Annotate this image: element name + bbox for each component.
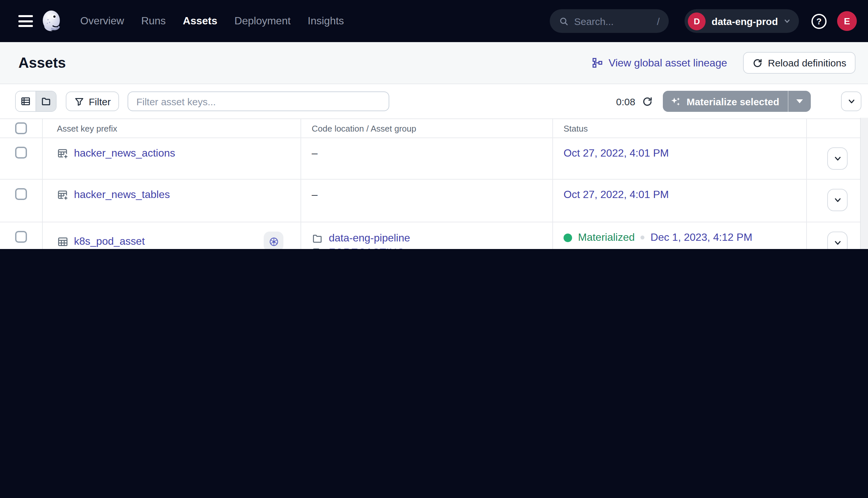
row-checkbox[interactable] xyxy=(15,231,27,243)
search-shortcut-hint: / xyxy=(657,15,659,27)
folder-view-icon xyxy=(41,96,51,107)
toolbar-right-cluster: 0:08 Materialize selected xyxy=(616,84,862,118)
asset-name-link[interactable]: k8s_pod_asset xyxy=(74,236,145,247)
filter-button-label: Filter xyxy=(89,96,111,107)
table-row: k8s_pod_asset data-eng-pipeline FORECAST… xyxy=(0,222,868,249)
materialization-date-link[interactable]: Oct 27, 2022, 4:01 PM xyxy=(563,189,669,201)
funnel-icon xyxy=(74,96,84,106)
search-placeholder: Search... xyxy=(574,15,657,27)
lineage-graph-icon xyxy=(592,57,603,68)
materialized-label: Materialized xyxy=(578,232,635,244)
no-location-dash: – xyxy=(312,189,552,201)
sparkles-icon xyxy=(670,96,681,107)
code-location-link[interactable]: data-eng-pipeline xyxy=(329,232,410,244)
asset-group-table-icon xyxy=(57,189,68,200)
row-expand-button[interactable] xyxy=(827,147,847,170)
dagster-logo-icon[interactable] xyxy=(39,9,65,34)
materialized-status-dot xyxy=(563,233,572,242)
page-header-actions: View global asset lineage Reload definit… xyxy=(592,42,855,83)
column-header-code-location: Code location / Asset group xyxy=(301,119,553,137)
column-header-asset-key-prefix: Asset key prefix xyxy=(42,119,301,137)
view-global-asset-lineage-link[interactable]: View global asset lineage xyxy=(592,57,727,69)
materialize-button-label: Materialize selected xyxy=(686,96,779,107)
separator-dot xyxy=(641,236,645,239)
table-row: hacker_news_actions – Oct 27, 2022, 4:01… xyxy=(0,138,868,180)
user-avatar[interactable]: E xyxy=(837,11,857,31)
materialization-date-link[interactable]: Dec 1, 2023, 4:12 PM xyxy=(651,232,752,244)
nav-item-runs[interactable]: Runs xyxy=(141,15,166,27)
materialize-selected-button[interactable]: Materialize selected xyxy=(663,91,811,112)
chevron-down-icon xyxy=(846,97,856,106)
row-checkbox[interactable] xyxy=(15,147,27,159)
chevron-down-icon xyxy=(833,195,842,205)
list-view-icon xyxy=(21,96,31,107)
nav-links: Overview Runs Assets Deployment Insights xyxy=(80,15,344,27)
select-all-checkbox[interactable] xyxy=(15,122,27,134)
lineage-link-label: View global asset lineage xyxy=(609,57,727,69)
help-icon[interactable]: ? xyxy=(812,13,827,29)
materialize-options-caret[interactable] xyxy=(788,91,811,112)
directory-view-toggle[interactable] xyxy=(36,91,56,111)
refresh-countdown: 0:08 xyxy=(616,96,635,107)
asset-table-icon xyxy=(57,236,68,247)
row-expand-button[interactable] xyxy=(827,189,847,211)
reload-button-label: Reload definitions xyxy=(768,57,846,68)
page-title: Assets xyxy=(18,54,66,71)
table-row: hacker_news_tables – Oct 27, 2022, 4:01 … xyxy=(0,180,868,222)
workspace-name: data-eng-prod xyxy=(711,15,778,27)
upstream-data-note: Upstream data xyxy=(563,249,806,249)
reload-definitions-button[interactable]: Reload definitions xyxy=(743,52,856,74)
asset-name-link[interactable]: hacker_news_tables xyxy=(74,189,170,201)
global-search-input[interactable]: Search... / xyxy=(550,9,669,33)
nav-item-overview[interactable]: Overview xyxy=(80,15,124,27)
filter-asset-keys-input[interactable] xyxy=(128,91,390,111)
page-header: Assets View global asset lineage Reload … xyxy=(0,42,868,84)
nav-right-cluster: Search... / D data-eng-prod ? E xyxy=(550,0,857,42)
dagster-assets-page: Overview Runs Assets Deployment Insights… xyxy=(0,0,868,249)
workspace-switcher[interactable]: D data-eng-prod xyxy=(684,9,799,33)
folder-icon xyxy=(312,233,323,244)
no-location-dash: – xyxy=(312,147,552,159)
table-header-row: Asset key prefix Code location / Asset g… xyxy=(0,119,868,138)
row-expand-button[interactable] xyxy=(827,232,847,249)
asset-group-icon xyxy=(312,247,323,249)
top-nav: Overview Runs Assets Deployment Insights… xyxy=(0,0,868,42)
chevron-down-icon xyxy=(833,154,842,163)
workspace-badge: D xyxy=(688,12,706,30)
asset-name-link[interactable]: hacker_news_actions xyxy=(74,147,175,159)
chevron-down-icon xyxy=(783,17,791,25)
asset-group-table-icon xyxy=(57,148,68,159)
chevron-down-icon xyxy=(833,238,842,247)
refresh-icon xyxy=(752,57,763,68)
assets-table: Asset key prefix Code location / Asset g… xyxy=(0,119,868,249)
scrollbar-track[interactable] xyxy=(860,118,868,249)
flat-view-toggle[interactable] xyxy=(16,91,36,111)
filter-button[interactable]: Filter xyxy=(66,91,119,111)
assets-toolbar: Filter 0:08 Materialize selected xyxy=(0,84,868,119)
refresh-icon[interactable] xyxy=(642,96,653,107)
search-icon xyxy=(559,16,569,26)
materialization-date-link[interactable]: Oct 27, 2022, 4:01 PM xyxy=(563,147,669,159)
row-checkbox[interactable] xyxy=(15,188,27,200)
nav-item-deployment[interactable]: Deployment xyxy=(235,15,291,27)
compute-kind-kubernetes-icon xyxy=(264,232,283,249)
view-toggle xyxy=(15,91,56,112)
hamburger-menu-icon[interactable] xyxy=(18,15,33,27)
nav-item-insights[interactable]: Insights xyxy=(308,15,344,27)
nav-item-assets[interactable]: Assets xyxy=(183,15,217,27)
asset-group-link[interactable]: FORECASTING xyxy=(329,247,405,249)
more-actions-button[interactable] xyxy=(841,91,862,111)
column-header-status: Status xyxy=(553,119,807,137)
